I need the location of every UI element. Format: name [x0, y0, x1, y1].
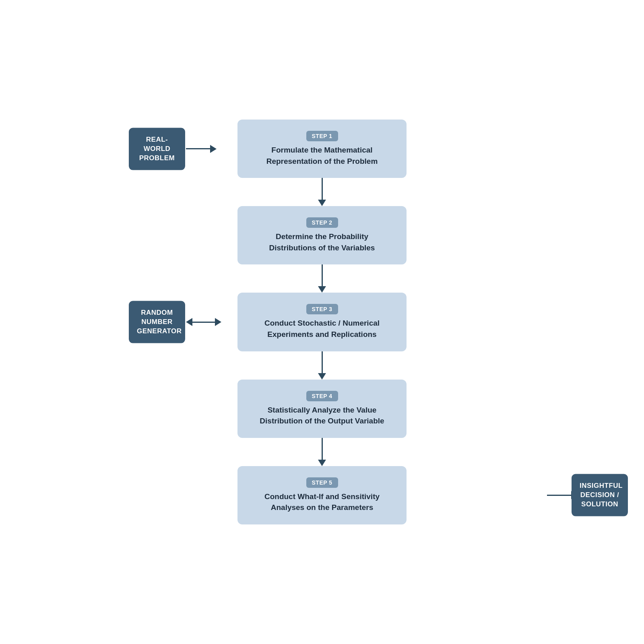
step2-row: STEP 2 Determine the ProbabilityDistribu… [141, 206, 503, 264]
diagram-container: REAL-WORLD PROBLEM STEP 1 Formulate the … [141, 120, 503, 524]
step5-title: Conduct What-If and SensitivityAnalyses … [254, 491, 390, 513]
step2-badge: STEP 2 [306, 217, 338, 228]
step1-badge: STEP 1 [306, 131, 338, 141]
step4-title: Statistically Analyze the ValueDistribut… [254, 405, 390, 427]
arrow-step1-to-step2 [237, 178, 407, 206]
arrow-real-world-to-step1 [186, 145, 217, 153]
step3-box: STEP 3 Conduct Stochastic / NumericalExp… [237, 293, 407, 351]
arrow-step3-to-step4 [237, 351, 407, 380]
real-world-problem-label: REAL-WORLD PROBLEM [139, 135, 175, 161]
arrow-rng-to-step3 [186, 318, 221, 326]
arrow-step4-to-step5 [237, 438, 407, 466]
step2-box: STEP 2 Determine the ProbabilityDistribu… [237, 206, 407, 264]
step1-title: Formulate the MathematicalRepresentation… [254, 144, 390, 167]
insightful-decision-label: INSIGHTFUL DECISION / SOLUTION [580, 482, 623, 508]
step5-row: STEP 5 Conduct What-If and SensitivityAn… [141, 466, 503, 524]
real-world-problem-box: REAL-WORLD PROBLEM [129, 128, 185, 170]
arrow-step2-to-step3 [237, 264, 407, 293]
step1-box: STEP 1 Formulate the MathematicalReprese… [237, 120, 407, 178]
step4-row: STEP 4 Statistically Analyze the ValueDi… [141, 380, 503, 438]
random-number-generator-label: RANDOM NUMBER GENERATOR [137, 309, 182, 335]
insightful-decision-box: INSIGHTFUL DECISION / SOLUTION [572, 474, 628, 516]
step3-badge: STEP 3 [306, 304, 338, 314]
step2-title: Determine the ProbabilityDistributions o… [254, 231, 390, 253]
step1-row: REAL-WORLD PROBLEM STEP 1 Formulate the … [141, 120, 503, 178]
step5-box: STEP 5 Conduct What-If and SensitivityAn… [237, 466, 407, 524]
random-number-generator-box: RANDOM NUMBER GENERATOR [129, 301, 185, 343]
step5-badge: STEP 5 [306, 477, 338, 488]
step4-badge: STEP 4 [306, 391, 338, 401]
step3-title: Conduct Stochastic / NumericalExperiment… [254, 318, 390, 340]
step4-box: STEP 4 Statistically Analyze the ValueDi… [237, 380, 407, 438]
step3-row: RANDOM NUMBER GENERATOR STEP 3 Conduct S… [141, 293, 503, 351]
